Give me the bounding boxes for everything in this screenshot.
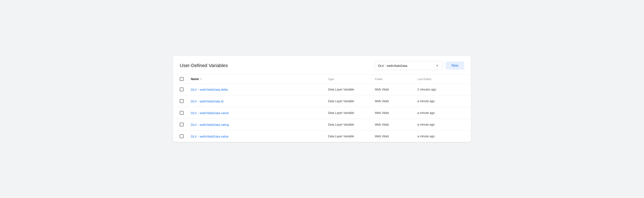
col-header-type: Type bbox=[328, 78, 375, 81]
table-row: DLV - webVitalsData.delta Data Layer Var… bbox=[173, 84, 471, 96]
main-panel: User-Defined Variables × New Name ↑ Type… bbox=[173, 56, 471, 142]
row-checkbox[interactable] bbox=[180, 99, 184, 103]
row-name[interactable]: DLV - webVitalsData.id bbox=[191, 100, 328, 103]
row-folder: Web Vitals bbox=[375, 100, 418, 103]
table-row: DLV - webVitalsData.name Data Layer Vari… bbox=[173, 107, 471, 119]
col-header-name: Name ↑ bbox=[191, 77, 328, 81]
row-folder: Web Vitals bbox=[375, 134, 418, 138]
row-name[interactable]: DLV - webVitalsData.value bbox=[191, 134, 328, 138]
row-name[interactable]: DLV - webVitalsData.rating bbox=[191, 123, 328, 126]
row-checkbox-container[interactable] bbox=[180, 88, 191, 91]
row-folder: Web Vitals bbox=[375, 88, 418, 91]
table-row: DLV - webVitalsData.id Data Layer Variab… bbox=[173, 96, 471, 107]
row-last-edited: a minute ago bbox=[418, 100, 464, 103]
row-last-edited: 2 minutes ago bbox=[418, 88, 464, 91]
row-checkbox[interactable] bbox=[180, 134, 184, 138]
col-header-folder: Folder bbox=[375, 78, 418, 81]
col-header-last-edited: Last Edited bbox=[418, 78, 464, 81]
row-type: Data Layer Variable bbox=[328, 111, 375, 114]
row-last-edited: a minute ago bbox=[418, 111, 464, 114]
search-input[interactable] bbox=[378, 64, 435, 68]
row-checkbox[interactable] bbox=[180, 88, 184, 91]
row-checkbox-container[interactable] bbox=[180, 134, 191, 138]
row-type: Data Layer Variable bbox=[328, 134, 375, 138]
row-last-edited: a minute ago bbox=[418, 134, 464, 138]
new-button[interactable]: New bbox=[446, 62, 464, 70]
row-checkbox[interactable] bbox=[180, 111, 184, 115]
table-body: DLV - webVitalsData.delta Data Layer Var… bbox=[173, 84, 471, 142]
row-type: Data Layer Variable bbox=[328, 100, 375, 103]
panel-title: User-Defined Variables bbox=[180, 63, 228, 68]
sort-ascending-icon: ↑ bbox=[200, 77, 202, 81]
row-checkbox-container[interactable] bbox=[180, 123, 191, 126]
select-all-checkbox[interactable] bbox=[180, 77, 184, 81]
row-type: Data Layer Variable bbox=[328, 123, 375, 126]
panel-header: User-Defined Variables × New bbox=[173, 56, 471, 74]
row-name[interactable]: DLV - webVitalsData.delta bbox=[191, 88, 328, 91]
row-checkbox-container[interactable] bbox=[180, 99, 191, 103]
select-all-checkbox-container[interactable] bbox=[180, 77, 191, 81]
search-container: × bbox=[375, 61, 443, 70]
table-row: DLV - webVitalsData.value Data Layer Var… bbox=[173, 130, 471, 142]
header-actions: × New bbox=[375, 61, 464, 70]
table-header: Name ↑ Type Folder Last Edited bbox=[173, 74, 471, 84]
row-checkbox[interactable] bbox=[180, 123, 184, 126]
row-folder: Web Vitals bbox=[375, 123, 418, 126]
table-row: DLV - webVitalsData.rating Data Layer Va… bbox=[173, 119, 471, 130]
row-type: Data Layer Variable bbox=[328, 88, 375, 91]
clear-icon[interactable]: × bbox=[435, 63, 440, 68]
row-folder: Web Vitals bbox=[375, 111, 418, 114]
row-checkbox-container[interactable] bbox=[180, 111, 191, 115]
row-name[interactable]: DLV - webVitalsData.name bbox=[191, 111, 328, 115]
row-last-edited: a minute ago bbox=[418, 123, 464, 126]
col-header-name-label: Name bbox=[191, 77, 199, 81]
